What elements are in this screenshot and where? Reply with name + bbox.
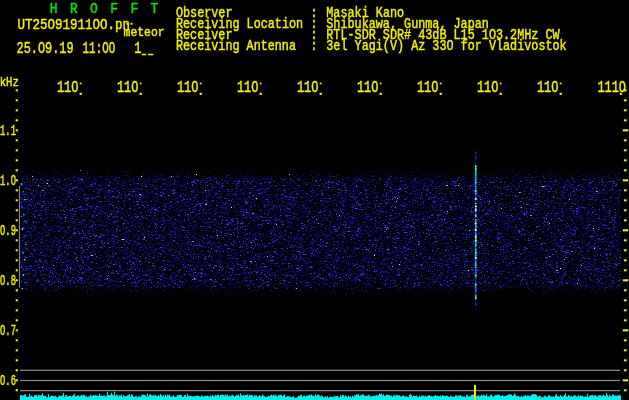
svg-text:11O: 11O — [477, 79, 498, 97]
svg-text:11O: 11O — [357, 79, 378, 97]
svg-text:O.6: O.6 — [0, 373, 16, 389]
svg-text:T: T — [151, 1, 159, 17]
svg-text:11O: 11O — [417, 79, 438, 97]
svg-text:O: O — [90, 1, 98, 17]
svg-text:3el Yagi(V) Az 33O for Vladivo: 3el Yagi(V) Az 33O for Vladivostok — [326, 38, 566, 54]
svg-text:11O: 11O — [57, 79, 78, 97]
svg-text::: : — [311, 38, 318, 54]
svg-text:R: R — [70, 1, 78, 17]
svg-text:1: 1 — [134, 40, 141, 58]
svg-text:kHz: kHz — [0, 75, 19, 90]
svg-text:H: H — [50, 1, 58, 17]
svg-text:O.7: O.7 — [0, 323, 16, 339]
svg-text:1.1: 1.1 — [0, 123, 16, 139]
svg-text:25.O9.19: 25.O9.19 — [17, 40, 74, 58]
svg-text:O.8: O.8 — [0, 273, 16, 289]
svg-text:1.O: 1.O — [0, 173, 16, 189]
svg-text:11O: 11O — [117, 79, 138, 97]
svg-text:11O: 11O — [177, 79, 198, 97]
svg-text:F: F — [130, 1, 138, 17]
svg-text:11O: 11O — [297, 79, 318, 97]
svg-text:11O: 11O — [537, 79, 558, 97]
svg-text:UT25O91911OO.pn: UT25O91911OO.pn — [18, 17, 131, 33]
svg-text:meteor: meteor — [124, 25, 165, 40]
svg-text:11O: 11O — [237, 79, 258, 97]
svg-text:11:OO: 11:OO — [83, 40, 116, 58]
svg-text:O.9: O.9 — [0, 223, 16, 239]
svg-text:F: F — [110, 1, 118, 17]
svg-text:Receiving Antenna: Receiving Antenna — [176, 38, 296, 54]
